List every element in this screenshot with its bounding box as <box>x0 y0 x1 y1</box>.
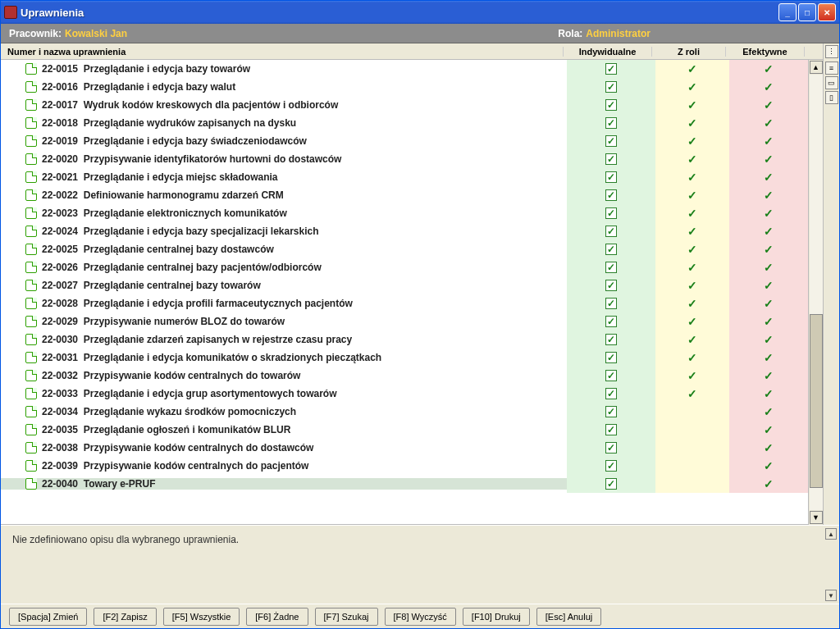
role-check-icon: ✓ <box>687 80 697 93</box>
permission-row[interactable]: 22-0034 Przeglądanie wykazu środków pomo… <box>1 403 808 421</box>
individual-checkbox[interactable]: ✓ <box>605 316 617 327</box>
permission-row[interactable]: 22-0030 Przeglądanie zdarzeń zapisanych … <box>1 330 808 349</box>
permission-text: Przeglądanie centralnej bazy towarów <box>84 280 261 291</box>
permission-text: Przeglądanie i edycja bazy świadczenioda… <box>84 135 307 147</box>
permission-code: 22-0039 <box>42 460 78 472</box>
col-role[interactable]: Z roli <box>652 47 726 57</box>
scroll-down-button[interactable]: ▼ <box>810 511 823 524</box>
employee-value: Kowalski Jan <box>65 28 127 39</box>
save-button[interactable]: [F2] Zapisz <box>94 608 156 626</box>
vertical-scrollbar[interactable]: ▲ ▼ <box>808 60 823 525</box>
individual-checkbox[interactable]: ✓ <box>605 370 617 381</box>
side-tools: ⋮ <box>823 43 839 60</box>
scroll-up-button[interactable]: ▲ <box>810 61 823 74</box>
minimize-button[interactable]: _ <box>778 3 797 21</box>
effective-check-icon: ✓ <box>764 116 774 130</box>
desc-scroll-up[interactable]: ▲ <box>825 528 837 540</box>
permission-row[interactable]: 22-0031 Przeglądanie i edycja komunikató… <box>1 349 808 367</box>
tool1-icon[interactable]: ≡ <box>825 62 838 75</box>
individual-checkbox[interactable]: ✓ <box>605 298 617 309</box>
individual-checkbox[interactable]: ✓ <box>605 280 617 291</box>
clear-button[interactable]: [F8] Wyczyść <box>385 608 456 626</box>
permission-row[interactable]: 22-0039 Przypisywanie kodów centralnych … <box>1 457 808 475</box>
individual-checkbox[interactable]: ✓ <box>605 460 617 472</box>
page-icon <box>25 316 37 327</box>
effective-check-icon: ✓ <box>764 369 774 382</box>
individual-checkbox[interactable]: ✓ <box>605 189 617 201</box>
role-check-icon: ✓ <box>687 351 697 364</box>
page-icon <box>25 189 37 201</box>
print-button[interactable]: [F10] Drukuj <box>463 608 530 626</box>
tool3-icon[interactable]: ▯ <box>825 91 838 104</box>
permission-row[interactable]: 22-0025 Przeglądanie centralnej bazy dos… <box>1 240 808 258</box>
role-check-icon: ✓ <box>687 62 697 75</box>
individual-checkbox[interactable]: ✓ <box>605 171 617 183</box>
effective-check-icon: ✓ <box>764 225 774 238</box>
permission-row[interactable]: 22-0032 Przypisywanie kodów centralnych … <box>1 367 808 385</box>
col-name[interactable]: Numer i nazwa uprawnienia <box>1 47 564 57</box>
permission-row[interactable]: 22-0033 Przeglądanie i edycja grup asort… <box>1 385 808 403</box>
change-button[interactable]: [Spacja] Zmień <box>9 608 87 626</box>
role-check-icon: ✓ <box>687 153 697 166</box>
permissions-grid[interactable]: 22-0015 Przeglądanie i edycja bazy towar… <box>1 60 808 525</box>
permission-row[interactable]: 22-0028 Przeglądanie i edycja profili fa… <box>1 294 808 312</box>
permission-row[interactable]: 22-0027 Przeglądanie centralnej bazy tow… <box>1 276 808 294</box>
permission-row[interactable]: 22-0022 Definiowanie harmonogramu zdarze… <box>1 186 808 204</box>
individual-checkbox[interactable]: ✓ <box>605 478 617 490</box>
individual-checkbox[interactable]: ✓ <box>605 226 617 237</box>
page-icon <box>25 424 37 435</box>
individual-checkbox[interactable]: ✓ <box>605 406 617 417</box>
maximize-button[interactable]: □ <box>798 3 816 21</box>
permission-row[interactable]: 22-0026 Przeglądanie centralnej bazy pac… <box>1 258 808 276</box>
permission-row[interactable]: 22-0020 Przypisywanie identyfikatorów hu… <box>1 150 808 168</box>
individual-checkbox[interactable]: ✓ <box>605 207 617 219</box>
scroll-thumb[interactable] <box>810 314 823 488</box>
desc-scroll-down[interactable]: ▼ <box>825 590 837 601</box>
desc-scrollbar[interactable]: ▲ ▼ <box>824 527 838 602</box>
permission-row[interactable]: 22-0016 Przeglądanie i edycja bazy walut… <box>1 78 808 96</box>
role-check-icon: ✓ <box>687 279 697 292</box>
role-check-icon: ✓ <box>687 207 697 220</box>
tool-icon[interactable]: ⋮ <box>825 45 838 58</box>
permission-row[interactable]: 22-0015 Przeglądanie i edycja bazy towar… <box>1 60 808 78</box>
permissions-window: Uprawnienia _ □ ✕ Pracownik: Kowalski Ja… <box>0 0 840 629</box>
individual-checkbox[interactable]: ✓ <box>605 388 617 399</box>
permission-row[interactable]: 22-0017 Wydruk kodów kreskowych dla pacj… <box>1 96 808 114</box>
permission-row[interactable]: 22-0023 Przeglądanie elektronicznych kom… <box>1 204 808 222</box>
permission-row[interactable]: 22-0035 Przeglądanie ogłoszeń i komunika… <box>1 421 808 439</box>
permission-row[interactable]: 22-0018 Przeglądanie wydruków zapisanych… <box>1 114 808 132</box>
individual-checkbox[interactable]: ✓ <box>605 424 617 435</box>
scroll-track[interactable] <box>810 75 823 510</box>
individual-checkbox[interactable]: ✓ <box>605 244 617 255</box>
individual-checkbox[interactable]: ✓ <box>605 352 617 363</box>
tool2-icon[interactable]: ▭ <box>825 76 838 89</box>
individual-checkbox[interactable]: ✓ <box>605 63 617 75</box>
col-effective[interactable]: Efektywne <box>726 47 805 57</box>
permission-row[interactable]: 22-0029 Przypisywanie numerów BLOZ do to… <box>1 312 808 330</box>
individual-checkbox[interactable]: ✓ <box>605 153 617 165</box>
permission-row[interactable]: 22-0024 Przeglądanie i edycja bazy specj… <box>1 222 808 240</box>
col-individual[interactable]: Indywidualne <box>564 47 652 57</box>
effective-check-icon: ✓ <box>764 207 774 220</box>
permission-row[interactable]: 22-0019 Przeglądanie i edycja bazy świad… <box>1 132 808 150</box>
permission-row[interactable]: 22-0040 Towary e-PRUF✓✓ <box>1 475 808 493</box>
permission-row[interactable]: 22-0038 Przypisywanie kodów centralnych … <box>1 439 808 457</box>
individual-checkbox[interactable]: ✓ <box>605 99 617 111</box>
page-icon <box>25 406 37 417</box>
permission-row[interactable]: 22-0021 Przeglądanie i edycja miejsc skł… <box>1 168 808 186</box>
close-button[interactable]: ✕ <box>818 3 836 21</box>
titlebar[interactable]: Uprawnienia _ □ ✕ <box>1 1 839 24</box>
individual-checkbox[interactable]: ✓ <box>605 334 617 345</box>
individual-checkbox[interactable]: ✓ <box>605 442 617 454</box>
page-icon <box>25 153 37 165</box>
individual-checkbox[interactable]: ✓ <box>605 117 617 129</box>
individual-checkbox[interactable]: ✓ <box>605 262 617 273</box>
individual-checkbox[interactable]: ✓ <box>605 135 617 147</box>
all-button[interactable]: [F5] Wszystkie <box>163 608 240 626</box>
cancel-button[interactable]: [Esc] Anuluj <box>536 608 601 626</box>
search-button[interactable]: [F7] Szukaj <box>315 608 378 626</box>
none-button[interactable]: [F6] Żadne <box>246 608 308 626</box>
permission-text: Przeglądanie i edycja komunikatów o skra… <box>84 352 381 363</box>
permission-code: 22-0019 <box>42 135 78 147</box>
individual-checkbox[interactable]: ✓ <box>605 81 617 93</box>
